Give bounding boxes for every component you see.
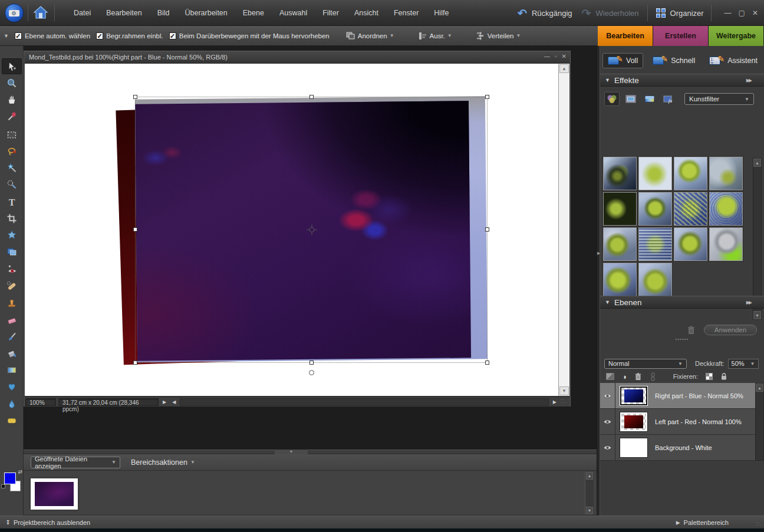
effect-thumbnail[interactable] xyxy=(603,227,637,261)
effect-thumbnail[interactable] xyxy=(709,192,743,226)
visibility-cell[interactable] xyxy=(600,409,615,435)
options-collapse-icon[interactable]: ▼ xyxy=(4,33,9,39)
menu-bild[interactable]: Bild xyxy=(150,0,177,26)
palette-bin-toggle-button[interactable]: Palettenbereich xyxy=(684,519,729,526)
cookie-cutter-tool[interactable] xyxy=(2,227,22,243)
splitter-collapse-icon[interactable]: ▼ xyxy=(275,450,308,454)
swap-colors-icon[interactable]: ⇄ xyxy=(18,469,22,475)
collapse-bin-icon[interactable]: ▼▼ xyxy=(6,520,10,525)
tab-erstellen[interactable]: Erstellen xyxy=(653,26,709,46)
document-title-bar[interactable]: Mond_Testbild.psd bei 100%(Right part - … xyxy=(24,51,570,64)
apply-button[interactable]: Anwenden xyxy=(704,325,757,335)
doc-close-icon[interactable]: ✕ xyxy=(562,53,567,60)
healing-brush-tool[interactable] xyxy=(2,278,22,294)
adjustment-layer-icon[interactable]: ◑ xyxy=(622,373,627,381)
opacity-dropdown[interactable]: 50% ▼ xyxy=(728,359,759,369)
layer-styles-category-icon[interactable] xyxy=(623,92,638,106)
shape-tool[interactable] xyxy=(2,378,22,394)
scroll-down-icon[interactable]: ▼ xyxy=(753,311,761,319)
hand-tool[interactable] xyxy=(2,91,22,107)
resize-handle-s[interactable] xyxy=(309,361,314,365)
home-icon[interactable] xyxy=(33,5,48,20)
panel-menu-icon[interactable]: ▶▶ xyxy=(746,78,759,83)
default-colors-icon[interactable] xyxy=(1,484,5,488)
clone-stamp-tool[interactable] xyxy=(2,295,22,310)
tab-bearbeiten[interactable]: Bearbeiten xyxy=(598,26,653,46)
tab-weitergabe[interactable]: Weitergabe xyxy=(709,26,764,46)
arrange-button[interactable]: Anordnen ▼ xyxy=(344,31,397,41)
gradient-tool[interactable] xyxy=(2,362,22,378)
layer-name[interactable]: Left part - Red - Normal 100% xyxy=(655,418,742,425)
magic-wand-tool[interactable] xyxy=(2,160,22,176)
resize-grip[interactable]: ∙∙∙∙∙ xyxy=(561,398,570,406)
status-expand-icon[interactable]: ▶ xyxy=(161,399,168,405)
resize-handle-sw[interactable] xyxy=(133,361,137,365)
photo-effects-category-icon[interactable] xyxy=(642,92,657,106)
menu-ueberarbeiten[interactable]: Überarbeiten xyxy=(177,0,235,26)
auto-select-layer-checkbox[interactable]: ✓ Ebene autom. wählen xyxy=(15,32,90,39)
doc-maximize-icon[interactable]: ▫ xyxy=(555,53,557,60)
eyedropper-tool[interactable] xyxy=(2,108,22,124)
hide-project-bin-button[interactable]: Projektbereich ausblenden xyxy=(14,519,90,526)
effect-thumbnail[interactable] xyxy=(709,157,743,190)
scroll-left-icon[interactable]: ◀ xyxy=(170,399,177,405)
paint-bucket-tool[interactable] xyxy=(2,345,22,361)
layer-thumbnail-blue[interactable] xyxy=(620,386,647,405)
panel-resize-dots[interactable]: •••••• xyxy=(600,338,764,342)
lasso-tool[interactable] xyxy=(2,143,22,159)
panel-collapse-icon[interactable]: ▼ xyxy=(605,77,610,83)
menu-fenster[interactable]: Fenster xyxy=(386,0,426,26)
effect-thumbnail[interactable] xyxy=(603,263,637,296)
menu-datei[interactable]: Datei xyxy=(66,0,98,26)
blend-mode-dropdown[interactable]: Normal ▼ xyxy=(604,359,687,369)
effect-thumbnail[interactable] xyxy=(638,263,672,296)
move-tool[interactable] xyxy=(2,58,22,74)
distribute-button[interactable]: Verteilen ▼ xyxy=(473,31,523,41)
bin-actions-menu[interactable]: Bereichsaktionen ▼ xyxy=(131,458,195,467)
doc-minimize-icon[interactable]: — xyxy=(544,53,550,60)
resize-handle-ne[interactable] xyxy=(485,95,489,99)
canvas[interactable] xyxy=(25,64,558,396)
scroll-down-icon[interactable]: ▼ xyxy=(586,507,593,514)
new-layer-icon[interactable] xyxy=(606,373,614,380)
sponge-tool[interactable] xyxy=(2,412,22,428)
menu-filter[interactable]: Filter xyxy=(315,0,347,26)
lock-all-icon[interactable] xyxy=(720,372,727,381)
red-eye-removal-tool[interactable] xyxy=(2,262,22,277)
effect-thumbnail[interactable] xyxy=(638,192,672,226)
redo-button[interactable]: Wiederholen xyxy=(596,9,639,18)
panel-collapse-icon[interactable]: ▼ xyxy=(605,299,610,305)
effect-thumbnail[interactable] xyxy=(603,192,637,226)
scroll-up-icon[interactable]: ▲ xyxy=(559,64,569,73)
document-horizontal-scrollbar[interactable] xyxy=(180,398,549,406)
effects-panel-header[interactable]: ▼ Effekte ▶▶ xyxy=(600,74,764,87)
undo-button[interactable]: Rückgängig xyxy=(532,9,572,18)
edit-full-button[interactable]: ✎ Voll xyxy=(602,53,643,68)
edit-quick-button[interactable]: ✎ Schnell xyxy=(648,54,700,68)
eraser-tool[interactable] xyxy=(2,312,22,328)
layer-row-background[interactable]: Background - White xyxy=(600,435,755,461)
layer-row-blue[interactable]: Right part - Blue - Normal 50% xyxy=(600,383,755,409)
effects-category-dropdown[interactable]: Kunstfilter ▼ xyxy=(684,93,754,105)
menu-hilfe[interactable]: Hilfe xyxy=(426,0,456,26)
visibility-cell[interactable] xyxy=(600,383,615,409)
close-icon[interactable]: ✕ xyxy=(752,9,758,17)
resize-handle-nw[interactable] xyxy=(133,95,137,99)
menu-ansicht[interactable]: Ansicht xyxy=(347,0,386,26)
resize-handle-se[interactable] xyxy=(485,361,489,365)
rotate-handle[interactable] xyxy=(309,370,314,375)
scroll-up-icon[interactable]: ▲ xyxy=(753,158,761,167)
menu-bearbeiten[interactable]: Bearbeiten xyxy=(98,0,149,26)
show-bounding-box-checkbox[interactable]: ✓ Begr.rahmen einbl. xyxy=(96,32,163,39)
scroll-right-icon[interactable]: ▶ xyxy=(551,399,558,405)
window-resize-grip[interactable]: ∙∙∙∙∙ xyxy=(756,522,762,527)
foreground-color-swatch[interactable] xyxy=(4,472,16,484)
delete-effect-icon[interactable] xyxy=(687,325,696,335)
layer-row-red[interactable]: Left part - Red - Normal 100% xyxy=(600,409,755,435)
delete-layer-icon[interactable] xyxy=(634,372,642,381)
all-effects-category-icon[interactable]: fx xyxy=(661,92,676,106)
zoom-tool[interactable] xyxy=(2,75,22,91)
rectangular-marquee-tool[interactable] xyxy=(2,127,22,143)
resize-handle-w[interactable] xyxy=(133,227,137,232)
quick-selection-tool[interactable] xyxy=(2,176,22,192)
